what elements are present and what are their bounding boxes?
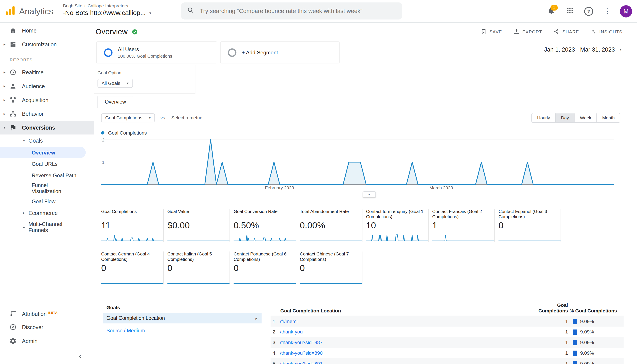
sidebar-item-acquisition[interactable]: ▸ Acquisition <box>0 93 94 107</box>
analytics-logo[interactable]: Analytics <box>5 5 53 17</box>
table-row[interactable]: 1. /fr/merci 1 9.09% <box>270 316 624 327</box>
view-selector[interactable]: -No Bots http://www.calliop... ▾ <box>63 9 151 17</box>
apps-grid-button[interactable] <box>562 4 578 19</box>
breadcrumb-property[interactable]: Calliope-Interpreters <box>88 3 128 8</box>
sidebar-item-ecommerce[interactable]: ▸ Ecommerce <box>0 207 94 219</box>
sidebar-item-attribution[interactable]: AttributionBETA <box>0 306 94 320</box>
page-title: Overview <box>96 27 128 36</box>
sidebar-item-reverse-goal-path[interactable]: Reverse Goal Path <box>0 170 94 181</box>
dimension-goal-completion-location[interactable]: Goal Completion Location ▸ <box>103 313 262 324</box>
sidebar-item-goals[interactable]: ▾ Goals <box>0 134 94 147</box>
table-row[interactable]: 5. /thank-you?sid=891 1 9.09% <box>270 358 624 364</box>
scorecard-sparkline <box>234 276 296 284</box>
goal-option-dropdown[interactable]: All Goals ▾ <box>98 79 132 88</box>
account-avatar[interactable]: M <box>618 4 634 19</box>
select-metric-link[interactable]: Select a metric <box>172 116 202 120</box>
sidebar-item-goal-urls[interactable]: Goal URLs <box>0 158 94 170</box>
row-rank: 4. <box>272 350 279 356</box>
segment-all-users[interactable]: All Users 100.00% Goal Completions <box>96 42 217 63</box>
sidebar-item-behavior[interactable]: ▸ Behavior <box>0 107 94 121</box>
scorecard-sparkline <box>300 276 362 284</box>
goal-location-link[interactable]: /thank-you?sid=891 <box>280 361 322 364</box>
scorecard-title: Contact German (Goal 4 Completions) <box>101 252 159 262</box>
scorecard-value: 0.50% <box>234 220 291 231</box>
share-icon <box>553 28 560 35</box>
date-range-selector[interactable]: Jan 1, 2023 - Mar 31, 2023 ▾ <box>544 46 622 53</box>
table-row[interactable]: 2. /thank-you 1 9.09% <box>270 327 624 337</box>
pct-bar-icon <box>573 329 577 334</box>
sidebar-item-discover[interactable]: Discover <box>0 320 94 334</box>
goal-location-link[interactable]: /thank-you?sid=890 <box>280 350 322 356</box>
row-completions: 1 <box>532 340 568 345</box>
chart-svg: 12 February 2023March 2023 <box>101 136 614 190</box>
sidebar-bottom-group: AttributionBETA Discover Admin <box>0 306 94 364</box>
sidebar-item-home[interactable]: Home <box>0 24 94 38</box>
chevron-right-icon: ▸ <box>0 42 9 46</box>
metric-selector-dropdown[interactable]: Goal Completions ▾ <box>101 113 155 122</box>
sidebar-item-audience[interactable]: ▸ Audience <box>0 79 94 93</box>
chart-legend: Goal Completions <box>101 130 637 136</box>
granularity-day[interactable]: Day <box>555 113 574 122</box>
scorecard: Contact Chinese (Goal 7 Completions) 0 <box>300 252 362 284</box>
table-header-pct[interactable]: % Goal Completions <box>568 308 624 314</box>
sidebar-item-realtime[interactable]: ▸ Realtime <box>0 66 94 79</box>
vs-label: vs. <box>160 116 166 120</box>
add-segment-button[interactable]: + Add Segment <box>220 42 340 63</box>
export-button[interactable]: EXPORT <box>513 28 542 35</box>
search-bar <box>181 2 402 20</box>
table-row[interactable]: 3. /thank-you?sid=887 1 9.09% <box>270 337 624 348</box>
main-content: Overview SAVE EXPORT SHARE <box>94 23 637 364</box>
granularity-week[interactable]: Week <box>574 113 596 122</box>
tab-overview[interactable]: Overview <box>98 96 133 108</box>
tab-bar: Overview <box>94 96 637 108</box>
row-rank: 1. <box>272 318 279 324</box>
help-button[interactable]: ? <box>581 4 596 19</box>
scorecard-sparkline <box>168 233 230 242</box>
dimension-source-medium-link[interactable]: Source / Medium <box>103 324 262 338</box>
breadcrumb-account[interactable]: BrightSite <box>63 3 82 8</box>
goal-location-link[interactable]: /fr/merci <box>280 318 298 324</box>
attribution-icon <box>9 309 17 318</box>
table-row[interactable]: 4. /thank-you?sid=890 1 9.09% <box>270 348 624 358</box>
goal-location-link[interactable]: /thank-you <box>280 329 303 335</box>
dimensions-title: Goals <box>103 302 262 313</box>
share-button[interactable]: SHARE <box>553 28 579 35</box>
insights-button[interactable]: INSIGHTS <box>590 28 622 35</box>
granularity-hourly[interactable]: Hourly <box>532 113 555 122</box>
sidebar-item-customization[interactable]: ▸ Customization <box>0 38 94 51</box>
help-icon: ? <box>584 7 593 16</box>
scorecard-sparkline <box>101 233 163 242</box>
sidebar-item-multi-channel-funnels[interactable]: ▸ Multi-Channel Funnels <box>0 219 94 235</box>
sidebar-item-goal-flow[interactable]: Goal Flow <box>0 196 94 207</box>
search-input[interactable] <box>199 7 396 15</box>
pct-bar-icon <box>573 340 577 345</box>
breadcrumb: BrightSite › Calliope-Interpreters <box>63 3 151 8</box>
sidebar-item-admin[interactable]: Admin <box>0 334 94 348</box>
notifications-button[interactable]: 1 <box>544 4 559 19</box>
svg-text:1: 1 <box>102 160 104 165</box>
scorecard-title: Goal Conversion Rate <box>234 209 291 220</box>
date-range-value: Jan 1, 2023 - Mar 31, 2023 <box>544 46 615 53</box>
scorecards-row-2: Contact German (Goal 4 Completions) 0 Co… <box>101 252 637 284</box>
bottom-section: Goals Goal Completion Location ▸ Source … <box>101 302 637 364</box>
beta-badge: BETA <box>48 311 58 314</box>
table-header-location[interactable]: Goal Completion Location <box>270 308 532 314</box>
insights-icon <box>590 28 596 35</box>
sidebar-item-conversions[interactable]: ▾ Conversions <box>0 121 94 134</box>
chevron-down-icon: ▾ <box>0 126 9 130</box>
sidebar-item-funnel-visualization[interactable]: Funnel Visualization <box>0 181 94 196</box>
collapse-sidebar-icon[interactable]: ‹ <box>79 352 82 360</box>
granularity-month[interactable]: Month <box>596 113 620 122</box>
timeseries-chart[interactable]: 12 February 2023March 2023 <box>101 136 614 190</box>
row-pct: 9.09% <box>580 361 594 364</box>
scorecard-title: Goal Completions <box>101 209 159 220</box>
collapse-chart-button[interactable]: ▼ <box>362 191 376 198</box>
analytics-app: Analytics BrightSite › Calliope-Interpre… <box>0 0 637 364</box>
sidebar-item-overview[interactable]: Overview <box>0 147 86 158</box>
overflow-menu-button[interactable]: ⋮ <box>600 4 615 19</box>
date-caret-down-icon: ▾ <box>620 48 622 51</box>
save-button[interactable]: SAVE <box>480 28 502 35</box>
legend-dot-icon <box>101 131 104 134</box>
goal-location-link[interactable]: /thank-you?sid=887 <box>280 340 322 345</box>
table-header-completions[interactable]: Goal Completions <box>532 302 568 314</box>
